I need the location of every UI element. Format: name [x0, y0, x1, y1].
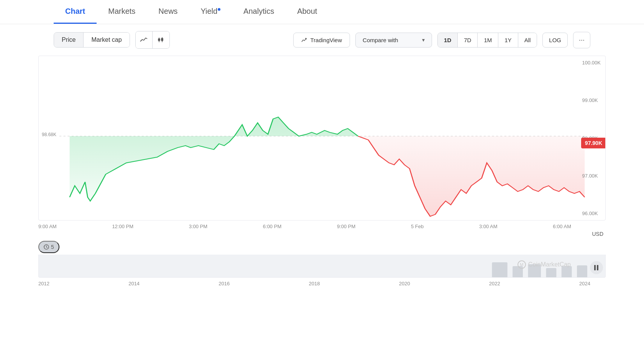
svg-rect-1: [158, 39, 160, 41]
hist-x-2014: 2014: [128, 281, 140, 286]
x-label-300pm: 3:00 PM: [189, 224, 207, 229]
usd-label: USD: [38, 231, 606, 237]
tab-chart[interactable]: Chart: [54, 0, 97, 24]
x-label-1200pm: 12:00 PM: [112, 224, 133, 229]
svg-rect-6: [492, 262, 507, 278]
pause-button[interactable]: [590, 261, 603, 274]
time-7d-button[interactable]: 7D: [458, 33, 478, 47]
toolbar: Price Market cap: [0, 24, 644, 56]
time-1d-button[interactable]: 1D: [438, 33, 458, 47]
tab-markets[interactable]: Markets: [97, 0, 147, 24]
time-all-button[interactable]: All: [518, 33, 537, 47]
pause-icon: [594, 265, 599, 270]
tab-news[interactable]: News: [147, 0, 189, 24]
chart-svg: [39, 56, 605, 220]
price-marketcap-group: Price Market cap: [54, 32, 130, 48]
x-label-600pm: 6:00 PM: [263, 224, 281, 229]
x-label-300am: 3:00 AM: [479, 224, 498, 229]
hist-x-2022: 2022: [489, 281, 500, 286]
tradingview-icon: [301, 37, 307, 43]
price-button[interactable]: Price: [54, 33, 84, 47]
hist-x-2012: 2012: [38, 281, 49, 286]
x-axis-historical: 2012 2014 2016 2018 2020 2022 2024: [38, 278, 606, 290]
main-chart: 98.68K 97.90K: [38, 56, 606, 220]
hist-x-2024: 2024: [579, 281, 590, 286]
x-label-600am: 6:00 AM: [553, 224, 571, 229]
y-label-1: 100.00K: [582, 60, 601, 66]
x-label-900pm: 9:00 PM: [337, 224, 355, 229]
history-count: 5: [51, 244, 54, 250]
reference-price-label: 98.68K: [42, 132, 56, 137]
nav-tabs: Chart Markets News Yield Analytics About: [0, 0, 644, 24]
x-label-5feb: 5 Feb: [411, 224, 424, 229]
tradingview-button[interactable]: TradingView: [293, 33, 350, 48]
log-button[interactable]: LOG: [542, 33, 568, 48]
market-cap-button[interactable]: Market cap: [84, 33, 129, 47]
page-container: Chart Markets News Yield Analytics About…: [0, 0, 644, 362]
chart-type-group: [135, 31, 170, 49]
watermark-icon: M: [518, 260, 526, 269]
hist-x-2018: 2018: [309, 281, 320, 286]
history-badge-button[interactable]: 5: [38, 241, 59, 253]
hist-x-2020: 2020: [399, 281, 410, 286]
current-price-badge: 97.90K: [581, 138, 606, 148]
y-label-4: 97.00K: [582, 173, 601, 179]
tab-yield[interactable]: Yield: [189, 0, 232, 24]
tradingview-label: TradingView: [310, 37, 342, 43]
chevron-down-icon: ▾: [422, 37, 425, 43]
y-label-5: 96.00K: [582, 211, 601, 216]
hist-x-2016: 2016: [219, 281, 230, 286]
tab-about[interactable]: About: [286, 0, 329, 24]
bottom-chart-area: M CoinMarketCap: [38, 255, 606, 290]
time-1m-button[interactable]: 1M: [478, 33, 498, 47]
svg-rect-11: [577, 265, 587, 278]
history-icon: [44, 244, 49, 250]
tab-analytics[interactable]: Analytics: [232, 0, 286, 24]
y-label-2: 99.00K: [582, 97, 601, 103]
x-label-900am: 9:00 AM: [38, 224, 57, 229]
time-1y-button[interactable]: 1Y: [498, 33, 518, 47]
candle-chart-icon-button[interactable]: [153, 31, 169, 48]
volume-area: M CoinMarketCap: [38, 255, 606, 278]
svg-rect-13: [597, 265, 598, 270]
history-row: 5: [38, 241, 606, 253]
watermark: M CoinMarketCap: [518, 260, 571, 269]
compare-button[interactable]: Compare with ▾: [355, 33, 432, 48]
time-range-group: 1D 7D 1M 1Y All: [437, 33, 537, 48]
svg-rect-3: [161, 38, 163, 41]
watermark-label: CoinMarketCap: [528, 261, 571, 268]
more-options-button[interactable]: ···: [573, 32, 590, 48]
line-chart-icon-button[interactable]: [136, 31, 153, 48]
svg-rect-12: [594, 265, 596, 270]
chart-wrapper: 98.68K 97.90K: [38, 56, 606, 290]
compare-label: Compare with: [363, 37, 398, 43]
yield-dot: [218, 8, 220, 11]
svg-rect-9: [546, 268, 556, 278]
